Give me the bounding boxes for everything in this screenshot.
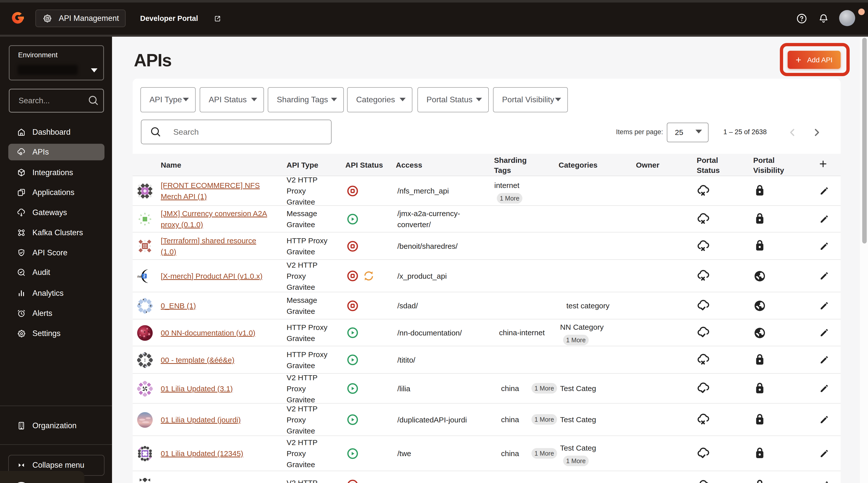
svg-text:2: 2 xyxy=(143,274,146,278)
svg-text:ne: ne xyxy=(137,274,142,278)
